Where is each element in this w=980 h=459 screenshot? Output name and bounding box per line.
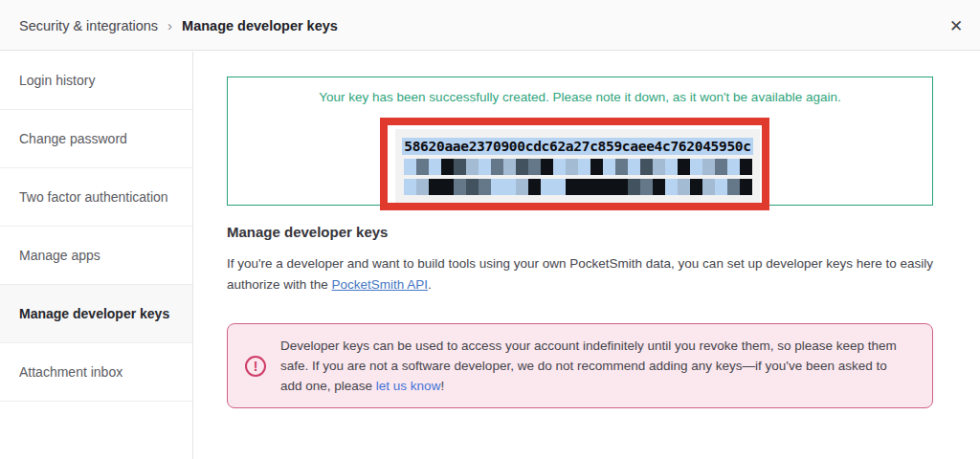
breadcrumb-current: Manage developer keys xyxy=(182,18,338,33)
intro-paragraph: If you're a developer and want to build … xyxy=(227,253,935,295)
developer-key-code-block: 58620aae2370900cdc62a27c859caee4c7620459… xyxy=(395,129,760,203)
warning-text-end: ! xyxy=(440,379,444,393)
exclamation-circle-icon: ! xyxy=(245,356,266,377)
redacted-key-row xyxy=(404,179,752,195)
sidebar-item-label: Login history xyxy=(19,73,95,88)
main-content: Your key has been successfully created. … xyxy=(194,52,980,459)
sidebar-item-label: Change password xyxy=(19,131,127,146)
settings-modal: Security & integrations › Manage develop… xyxy=(0,0,980,459)
pocketsmith-api-link[interactable]: PocketSmith API xyxy=(332,277,429,292)
sidebar-item-label: Manage developer keys xyxy=(19,306,169,321)
sidebar-item-label: Two factor authentication xyxy=(19,189,168,205)
sidebar-item-manage-developer-keys[interactable]: Manage developer keys xyxy=(0,285,192,343)
close-icon: ✕ xyxy=(949,16,963,36)
sidebar-item-attachment-inbox[interactable]: Attachment inbox xyxy=(0,343,192,402)
modal-header: Security & integrations › Manage develop… xyxy=(0,0,980,51)
page-title: Manage developer keys xyxy=(227,224,388,240)
intro-text-end: . xyxy=(428,277,432,292)
warning-text: Developer keys can be used to access you… xyxy=(280,336,907,396)
key-created-success-banner: Your key has been successfully created. … xyxy=(227,76,933,206)
sidebar-item-label: Attachment inbox xyxy=(19,364,122,380)
sidebar-item-manage-apps[interactable]: Manage apps xyxy=(0,227,192,285)
breadcrumb: Security & integrations › Manage develop… xyxy=(19,0,338,51)
red-highlight-annotation: 58620aae2370900cdc62a27c859caee4c7620459… xyxy=(380,118,769,210)
success-message: Your key has been successfully created. … xyxy=(228,90,932,104)
close-button[interactable]: ✕ xyxy=(944,13,969,38)
settings-sidebar: Login history Change password Two factor… xyxy=(0,52,193,459)
redacted-key-row xyxy=(404,159,752,175)
warning-text-body: Developer keys can be used to access you… xyxy=(280,339,897,393)
breadcrumb-parent[interactable]: Security & integrations xyxy=(19,18,158,33)
sidebar-item-login-history[interactable]: Login history xyxy=(0,52,192,110)
sidebar-item-two-factor-authentication[interactable]: Two factor authentication xyxy=(0,168,192,227)
developer-key-text[interactable]: 58620aae2370900cdc62a27c859caee4c7620459… xyxy=(402,138,752,155)
chevron-right-icon: › xyxy=(167,17,172,33)
sidebar-item-label: Manage apps xyxy=(19,248,100,263)
developer-keys-warning: ! Developer keys can be used to access y… xyxy=(227,323,933,408)
exclamation-glyph: ! xyxy=(254,359,258,374)
let-us-know-link[interactable]: let us know xyxy=(376,379,441,393)
sidebar-item-change-password[interactable]: Change password xyxy=(0,110,192,168)
